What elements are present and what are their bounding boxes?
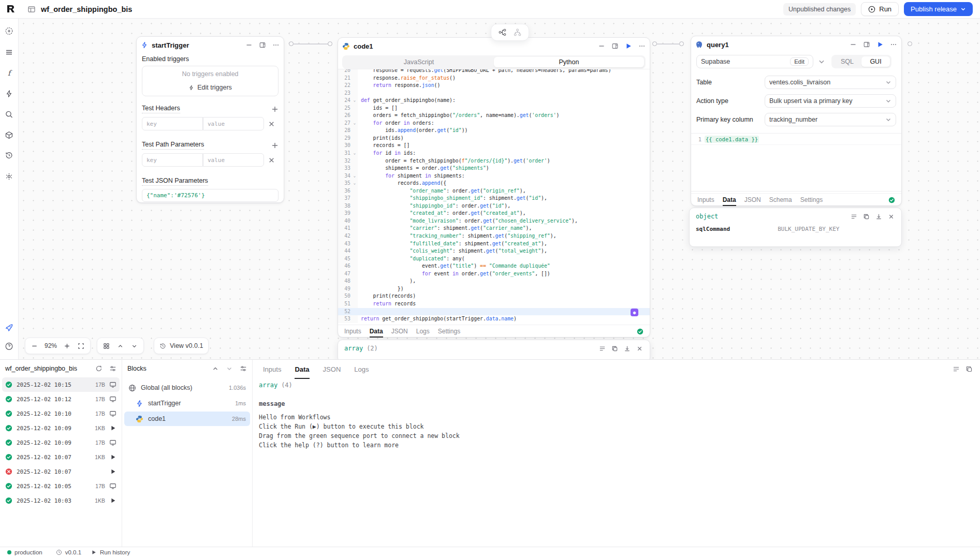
more-options-icon[interactable] <box>272 41 280 49</box>
code-line[interactable]: 27⌄ for order in orders: <box>338 120 650 127</box>
code-editor[interactable]: 20 response = requests.get(SHIPPINGBO_UR… <box>338 69 650 325</box>
monitor-icon[interactable] <box>109 482 116 490</box>
output-tab-json[interactable]: JSON <box>323 360 341 378</box>
code-line[interactable]: 22 return response.json() <box>338 82 650 90</box>
code-line[interactable]: 32 order = fetch_shippingbo(f"/orders/{i… <box>338 157 650 165</box>
open-panel-icon[interactable] <box>862 41 870 49</box>
code1-tab-settings[interactable]: Settings <box>438 325 460 337</box>
more-options-icon[interactable] <box>889 41 897 49</box>
fold-arrow-icon[interactable]: ⌄ <box>352 150 358 157</box>
code-line[interactable]: 21 response.raise_for_status() <box>338 75 650 82</box>
output-tab-inputs[interactable]: Inputs <box>263 360 281 378</box>
run-history-row[interactable]: 2025-12-02 10:031KB <box>2 493 120 508</box>
code-line[interactable]: 23 <box>338 90 650 97</box>
fit-view-icon[interactable] <box>77 342 85 350</box>
help-icon[interactable] <box>5 342 13 350</box>
expand-rows-icon[interactable] <box>850 213 858 221</box>
copy-icon[interactable] <box>611 345 619 353</box>
expand-rows-icon[interactable] <box>952 365 960 373</box>
node-query1[interactable]: query1 Supabase Edit SQL GUI <box>691 36 902 206</box>
monitor-icon[interactable] <box>109 381 116 388</box>
code-line[interactable]: 34⌄ for shipment in shipments: <box>338 172 650 180</box>
code-line[interactable]: 52 <box>338 308 650 316</box>
tab-javascript[interactable]: JavaScript <box>344 57 494 67</box>
zoom-in-icon[interactable] <box>63 342 71 350</box>
code-line[interactable]: 26 orders = fetch_shippingbo("/orders", … <box>338 112 650 120</box>
sequence-port[interactable] <box>328 41 332 46</box>
run-button[interactable]: Run <box>861 2 899 16</box>
add-block-icon[interactable] <box>5 26 13 35</box>
path-value-input[interactable] <box>203 153 264 167</box>
code-line[interactable]: 31⌄ for id in ids: <box>338 150 650 157</box>
remove-row-icon[interactable] <box>268 121 275 127</box>
code-line[interactable]: 44 "colis_weight": shipment.get("total_w… <box>338 247 650 255</box>
open-panel-icon[interactable] <box>611 42 619 50</box>
test-json-input[interactable]: {"name":'#72576'} <box>142 189 279 202</box>
code-line[interactable]: 24⌄def get_order_shippingbo(name): <box>338 97 650 105</box>
run-history-row[interactable]: 2025-12-02 10:1517B <box>2 377 120 392</box>
minimize-icon[interactable] <box>597 42 605 50</box>
run-history-toggle[interactable]: Run history <box>91 549 130 555</box>
play-icon[interactable] <box>109 497 116 504</box>
code-line[interactable]: 46 event.get("title") == "Commande dupli… <box>338 262 650 270</box>
filter-icon[interactable] <box>109 365 116 373</box>
code1-tab-inputs[interactable]: Inputs <box>344 325 361 337</box>
remove-row-icon[interactable] <box>268 157 275 164</box>
more-options-icon[interactable] <box>638 42 646 50</box>
monitor-icon[interactable] <box>109 439 116 446</box>
sequence-port[interactable] <box>908 41 912 46</box>
run-block-icon[interactable] <box>876 41 884 49</box>
menu-icon[interactable] <box>5 48 13 56</box>
fold-arrow-icon[interactable]: ⌄ <box>352 180 358 187</box>
code-line[interactable]: 35⌄ records.append({ <box>338 180 650 187</box>
minimize-icon[interactable] <box>849 41 857 49</box>
close-icon[interactable] <box>887 213 895 221</box>
history-icon[interactable] <box>5 151 13 159</box>
code-line[interactable]: 41 "carrier": shipment.get("carrier_name… <box>338 225 650 232</box>
prev-block-icon[interactable] <box>116 342 124 350</box>
code1-tab-data[interactable]: Data <box>370 325 383 337</box>
publish-release-button[interactable]: Publish release <box>904 2 973 16</box>
run-history-row[interactable]: 2025-12-02 10:091KB <box>2 421 120 435</box>
monitor-icon[interactable] <box>109 395 116 403</box>
copy-icon[interactable] <box>862 213 870 221</box>
code-line[interactable]: 48 ), <box>338 277 650 285</box>
tab-sql[interactable]: SQL <box>833 56 861 67</box>
deploy-rocket-icon[interactable] <box>5 323 13 332</box>
tab-gui[interactable]: GUI <box>861 56 890 67</box>
search-icon[interactable] <box>5 110 13 119</box>
node-starttrigger[interactable]: startTrigger Enabled triggers No trigger… <box>136 36 284 203</box>
add-row-icon[interactable] <box>271 106 279 113</box>
array-records-editor[interactable]: 1 {{ code1.data }} <box>691 133 901 192</box>
block-list-item-starttrigger[interactable]: startTrigger1ms <box>124 396 250 411</box>
expand-rows-icon[interactable] <box>598 345 606 353</box>
code-line[interactable]: 49 }) <box>338 285 650 293</box>
zoom-out-icon[interactable] <box>31 342 38 350</box>
refresh-icon[interactable] <box>95 365 103 373</box>
run-history-row[interactable]: 2025-12-02 10:0517B <box>2 479 120 493</box>
code-line[interactable]: 20 response = requests.get(SHIPPINGBO_UR… <box>338 69 650 75</box>
play-icon[interactable] <box>109 453 116 461</box>
edit-resource-button[interactable]: Edit <box>790 57 809 66</box>
fold-arrow-icon[interactable]: ⌄ <box>352 172 358 180</box>
query1-tab-json[interactable]: JSON <box>744 194 761 206</box>
node-code1[interactable]: code1 JavaScript Python 20 response = re… <box>338 37 650 338</box>
run-history-row[interactable]: 2025-12-02 10:1217B <box>2 392 120 406</box>
run-block-icon[interactable] <box>624 42 632 50</box>
collapse-down-icon[interactable] <box>225 365 233 373</box>
next-block-icon[interactable] <box>130 342 138 350</box>
tree-layout-icon[interactable] <box>514 28 521 36</box>
add-row-icon[interactable] <box>271 142 279 149</box>
table-select[interactable]: ventes.colis_livraison <box>765 76 896 89</box>
code-line[interactable]: 25 ids = [] <box>338 105 650 112</box>
primary-key-select[interactable]: tracking_number <box>765 113 896 126</box>
version-indicator[interactable]: v0.0.1 <box>56 549 81 555</box>
triggers-icon[interactable] <box>5 89 13 98</box>
edit-triggers-button[interactable]: Edit triggers <box>142 81 278 96</box>
path-key-input[interactable] <box>142 153 203 167</box>
settings-gear-icon[interactable] <box>5 172 13 181</box>
view-version-button[interactable]: View v0.0.1 <box>154 338 209 354</box>
sequence-port[interactable] <box>289 41 294 46</box>
code-line[interactable]: 50 print(records) <box>338 292 650 300</box>
download-icon[interactable] <box>875 213 883 221</box>
